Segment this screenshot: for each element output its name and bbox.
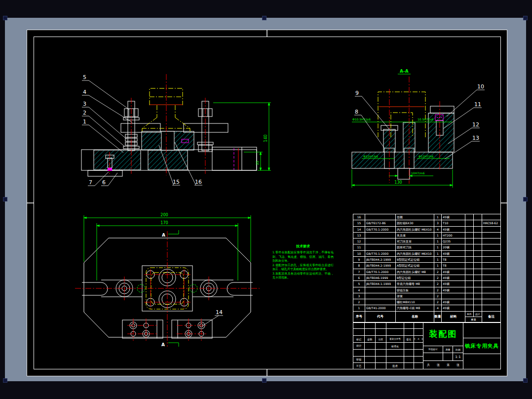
tech-notes-title: 技术要求 <box>272 244 334 249</box>
cell-qty: 2 <box>434 299 442 305</box>
cell-qty: 2 <box>434 287 442 293</box>
cell-no: 6 <box>353 275 365 280</box>
cell-code: GB/T70.1-2000 <box>365 269 396 275</box>
cell-remark <box>482 287 500 293</box>
cell-remark <box>482 293 500 299</box>
cell-no: 13 <box>353 232 365 238</box>
cell-name: B型定位销 <box>396 275 434 280</box>
role-approve: 批准 <box>386 362 404 369</box>
cell-total <box>474 287 482 293</box>
role-process: 工艺 <box>353 362 365 369</box>
cell-name: 内六角圆柱头螺钉 M8 <box>396 269 434 275</box>
cell-no: 8 <box>353 262 365 268</box>
table-row: 7GB/T70.1-2000内六角圆柱头螺钉 M8245钢 <box>353 269 500 275</box>
cell-code <box>365 214 396 220</box>
cell-qty: 2 <box>434 275 442 280</box>
cell-mat: 45钢 <box>442 214 465 220</box>
cell-total <box>474 244 482 250</box>
cell-no: 5 <box>353 280 365 286</box>
grip-handle[interactable] <box>262 378 266 383</box>
parts-list-table: 16垫圈145钢15GB/T6172-86圆柱销6X303T10HRC58-62… <box>353 214 501 322</box>
cell-mat: T8 <box>442 262 465 268</box>
cell-no: 10 <box>353 250 365 256</box>
header-remark: 备注 <box>482 312 500 322</box>
cell-total <box>474 299 482 305</box>
cell-code <box>365 244 396 250</box>
cell-total <box>474 214 482 220</box>
cell-no: 14 <box>353 226 365 232</box>
tech-note-line: 3.装配后夹具各活动零件应运动灵活、平稳，无卡滞现象。 <box>272 272 334 280</box>
cell-no: 15 <box>353 220 365 226</box>
grip-handle[interactable] <box>523 16 528 20</box>
cell-mat: 45钢 <box>442 275 465 280</box>
header-name: 名称 <box>396 312 434 322</box>
cell-qty: 1 <box>434 262 442 268</box>
cell-name: 夹具体 <box>396 232 434 238</box>
cell-unit <box>465 220 474 226</box>
cell-name: 垫圈 <box>396 214 434 220</box>
page-label2: 张 <box>456 363 459 367</box>
grip-handle[interactable] <box>262 16 266 20</box>
cell-total <box>474 232 482 238</box>
table-row: 9JB/T8044.2-1999B型固定式定位销1T8 <box>353 256 500 262</box>
cell-mat: 45钢 <box>442 280 465 286</box>
header-unit: 单件 <box>465 312 474 317</box>
grip-handle[interactable] <box>523 197 528 201</box>
cell-code: GB/T70.1-2000 <box>365 250 396 256</box>
table-row: 3弹簧2 <box>353 293 500 299</box>
table-row: 4铰链压板245钢 <box>353 287 500 293</box>
rev-header: 处数 <box>364 335 376 343</box>
table-row: 10GB/T70.1-2000内六角圆柱头螺钉 M6X10145钢 <box>353 250 500 256</box>
cell-qty: 1 <box>434 256 442 262</box>
cell-unit <box>465 232 474 238</box>
sheet-label: 张 <box>437 363 440 367</box>
cell-qty: 3 <box>434 220 442 226</box>
grip-handle[interactable] <box>3 197 7 201</box>
cell-qty: 2 <box>434 280 442 286</box>
cell-unit <box>465 214 474 220</box>
grip-handle[interactable] <box>3 16 7 20</box>
cell-remark <box>482 214 500 220</box>
cell-name: 对刀块支座 <box>396 238 434 244</box>
table-row: 1GB/T41-2000六角螺母-C级 M8445钢 <box>353 305 500 311</box>
drawing-subtitle: 铣床专用夹具 <box>463 338 501 354</box>
cell-unit <box>465 269 474 275</box>
scale-label: 比例 <box>453 346 463 353</box>
cell-total <box>474 280 482 286</box>
scale-value: 1:1 <box>453 353 463 361</box>
cell-name: A型固定式定位销 <box>396 262 434 268</box>
cell-unit <box>465 226 474 232</box>
cell-mat: 45钢 <box>442 305 465 311</box>
table-row: 14GB/T70.1-2000内六角圆柱头螺钉 M6X10445钢 <box>353 226 500 232</box>
cell-remark <box>482 269 500 275</box>
cell-mat: 45钢 <box>442 250 465 256</box>
rev-header: 分区 <box>375 335 386 343</box>
cell-unit <box>465 280 474 286</box>
parts-rows: 16垫圈145钢15GB/T6172-86圆柱销6X303T10HRC58-62… <box>353 214 500 311</box>
cell-unit <box>465 244 474 250</box>
grip-handle[interactable] <box>523 378 528 383</box>
cell-mat: T10 <box>442 220 465 226</box>
cell-total <box>474 238 482 244</box>
header-total: 总计 <box>474 312 482 317</box>
cell-mat: 45钢 <box>442 226 465 232</box>
cell-mat <box>442 293 465 299</box>
tech-note-line: 1.零件在装配前应将零件清洗干净，不得有毛刺、飞边、氧化皮、锈蚀、切屑、油污、着… <box>272 250 334 263</box>
title-block: 标记 处数 分区 更改文件号 签名 年、月、日 设计 标准化 审核 工艺 批准 … <box>353 322 501 369</box>
cell-name: 螺柱M8X110 <box>396 299 434 305</box>
grip-handle[interactable] <box>3 378 7 383</box>
table-row: 8JB/T8044.2-1999A型固定式定位销1T8 <box>353 262 500 268</box>
cell-qty: 1 <box>434 238 442 244</box>
cell-mat: HT200 <box>442 232 465 238</box>
cell-no: 12 <box>353 238 365 244</box>
cell-remark <box>482 250 500 256</box>
mass-label: 质量 <box>443 346 453 353</box>
cell-qty: 1 <box>434 250 442 256</box>
table-row: 5JB/T8044.1-1999带肩六角螺母 M8245钢 <box>353 280 500 286</box>
table-row: 12对刀块支座1Q235 <box>353 238 500 244</box>
cell-no: 3 <box>353 293 365 299</box>
cell-code <box>365 238 396 244</box>
cell-total <box>474 269 482 275</box>
cell-remark <box>482 275 500 280</box>
cell-no: 9 <box>353 256 365 262</box>
